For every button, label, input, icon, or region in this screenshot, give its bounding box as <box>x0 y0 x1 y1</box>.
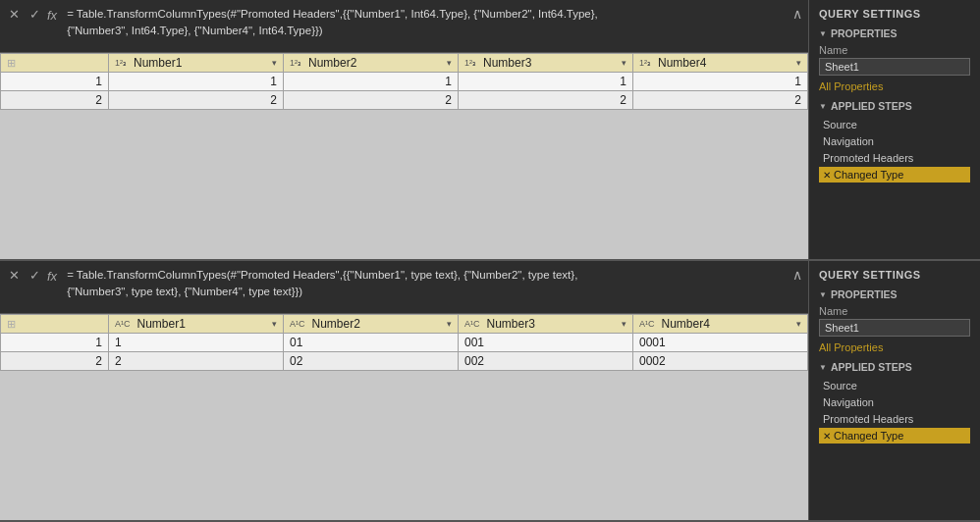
table-cell: 1 <box>459 73 633 91</box>
step-item[interactable]: Navigation <box>819 394 970 410</box>
table-cell: 0001 <box>633 334 808 352</box>
table-cell: 2 <box>633 91 808 110</box>
table-cell: 2 <box>284 91 459 110</box>
collapse-button[interactable]: ∧ <box>792 265 802 283</box>
row-number: 2 <box>1 91 109 110</box>
step-item[interactable]: Promoted Headers <box>819 150 970 166</box>
col-header-1[interactable]: A¹CNumber2▾ <box>284 315 459 334</box>
triangle-icon: ▼ <box>819 363 827 372</box>
confirm-button[interactable]: ✓ <box>27 8 43 21</box>
applied-steps-header: ▼ APPLIED STEPS <box>819 361 970 373</box>
table-cell: 02 <box>284 352 459 371</box>
panel-top: ✕✓fx= Table.TransformColumnTypes(#"Promo… <box>0 0 980 261</box>
table-cell: 1 <box>284 73 459 91</box>
col-dropdown-icon[interactable]: ▾ <box>447 58 452 68</box>
step-item[interactable]: Navigation <box>819 133 970 149</box>
col-type-icon: A¹C <box>115 319 131 329</box>
col-header-2[interactable]: A¹CNumber3▾ <box>459 315 633 334</box>
formula-bar: ✕✓fx= Table.TransformColumnTypes(#"Promo… <box>0 261 808 314</box>
col-label: Number4 <box>662 317 710 331</box>
col-header-0[interactable]: 1²₃Number1▾ <box>109 54 284 73</box>
step-item[interactable]: Promoted Headers <box>819 411 970 427</box>
col-dropdown-icon[interactable]: ▾ <box>447 319 452 329</box>
col-header-1[interactable]: 1²₃Number2▾ <box>284 54 459 73</box>
col-dropdown-icon[interactable]: ▾ <box>796 319 801 329</box>
triangle-icon: ▼ <box>819 102 827 111</box>
row-number: 1 <box>1 334 109 352</box>
row-number: 1 <box>1 73 109 91</box>
col-dropdown-icon[interactable]: ▾ <box>622 58 626 68</box>
name-label: Name <box>819 305 970 317</box>
col-header-3[interactable]: A¹CNumber4▾ <box>633 315 808 334</box>
step-item[interactable]: Source <box>819 378 970 393</box>
table-area: ⊞A¹CNumber1▾A¹CNumber2▾A¹CNumber3▾A¹CNum… <box>0 314 808 520</box>
triangle-icon: ▼ <box>819 290 827 299</box>
table-row: 22222 <box>1 91 808 110</box>
main-area: ✕✓fx= Table.TransformColumnTypes(#"Promo… <box>0 0 808 259</box>
collapse-button[interactable]: ∧ <box>792 4 802 22</box>
col-label: Number1 <box>137 317 186 331</box>
step-item[interactable]: ✕ Changed Type <box>819 167 970 183</box>
col-dropdown-icon[interactable]: ▾ <box>272 319 277 329</box>
table-cell: 1 <box>109 73 284 91</box>
table-cell: 2 <box>109 91 284 110</box>
col-header-2[interactable]: 1²₃Number3▾ <box>459 54 633 73</box>
formula-bar: ✕✓fx= Table.TransformColumnTypes(#"Promo… <box>0 0 808 53</box>
table-cell: 01 <box>284 334 459 352</box>
table-cell: 0002 <box>633 352 808 371</box>
step-label: Source <box>823 119 857 130</box>
col-type-icon: A¹C <box>464 319 480 329</box>
col-label: Number4 <box>658 56 706 70</box>
formula-bar-actions: ✕✓fx <box>6 265 57 284</box>
step-delete-icon[interactable]: ✕ <box>823 431 831 442</box>
data-table: ⊞1²₃Number1▾1²₃Number2▾1²₃Number3▾1²₃Num… <box>0 53 808 110</box>
table-cell: 2 <box>109 352 284 371</box>
col-type-icon: A¹C <box>290 319 305 329</box>
step-delete-icon[interactable]: ✕ <box>823 170 831 181</box>
col-dropdown-icon[interactable]: ▾ <box>796 58 801 68</box>
col-dropdown-icon[interactable]: ▾ <box>622 319 626 329</box>
close-button[interactable]: ✕ <box>6 269 23 282</box>
col-dropdown-icon[interactable]: ▾ <box>272 58 277 68</box>
col-label: Number2 <box>308 56 356 70</box>
col-label: Number2 <box>312 317 360 331</box>
query-settings-panel: QUERY SETTINGS▼ PROPERTIESNameAll Proper… <box>808 0 980 259</box>
formula-text[interactable]: = Table.TransformColumnTypes(#"Promoted … <box>63 4 787 42</box>
applied-steps-list: SourceNavigationPromoted Headers✕ Change… <box>819 378 970 444</box>
applied-steps-list: SourceNavigationPromoted Headers✕ Change… <box>819 117 970 183</box>
step-item[interactable]: ✕ Changed Type <box>819 428 970 444</box>
query-settings-title: QUERY SETTINGS <box>819 8 970 20</box>
step-label: Changed Type <box>834 169 903 181</box>
table-cell: 2 <box>459 91 633 110</box>
data-table: ⊞A¹CNumber1▾A¹CNumber2▾A¹CNumber3▾A¹CNum… <box>0 314 808 371</box>
main-area: ✕✓fx= Table.TransformColumnTypes(#"Promo… <box>0 261 808 520</box>
step-label: Navigation <box>823 396 874 408</box>
step-item[interactable]: Source <box>819 117 970 132</box>
step-label: Source <box>823 380 857 392</box>
col-label: Number3 <box>483 56 531 70</box>
col-label: Number3 <box>487 317 535 331</box>
all-properties-link[interactable]: All Properties <box>819 341 970 353</box>
formula-text[interactable]: = Table.TransformColumnTypes(#"Promoted … <box>63 265 787 303</box>
table-row: 22020020002 <box>1 352 808 371</box>
formula-bar-actions: ✕✓fx <box>6 4 57 23</box>
table-row: 11111 <box>1 73 808 91</box>
name-label: Name <box>819 44 970 56</box>
table-cell: 002 <box>459 352 633 371</box>
col-type-icon: 1²₃ <box>639 58 651 68</box>
all-properties-link[interactable]: All Properties <box>819 80 970 92</box>
step-label: Changed Type <box>834 430 903 442</box>
name-input[interactable] <box>819 58 970 76</box>
table-cell: 1 <box>633 73 808 91</box>
col-header-0[interactable]: A¹CNumber1▾ <box>109 315 284 334</box>
col-label: Number1 <box>134 56 182 70</box>
close-button[interactable]: ✕ <box>6 8 23 21</box>
col-header-3[interactable]: 1²₃Number4▾ <box>633 54 808 73</box>
step-label: Promoted Headers <box>823 413 913 425</box>
name-input[interactable] <box>819 319 970 337</box>
step-label: Navigation <box>823 135 874 147</box>
confirm-button[interactable]: ✓ <box>27 269 43 282</box>
row-number: 2 <box>1 352 109 371</box>
col-type-icon: 1²₃ <box>115 58 127 68</box>
table-row: 11010010001 <box>1 334 808 352</box>
